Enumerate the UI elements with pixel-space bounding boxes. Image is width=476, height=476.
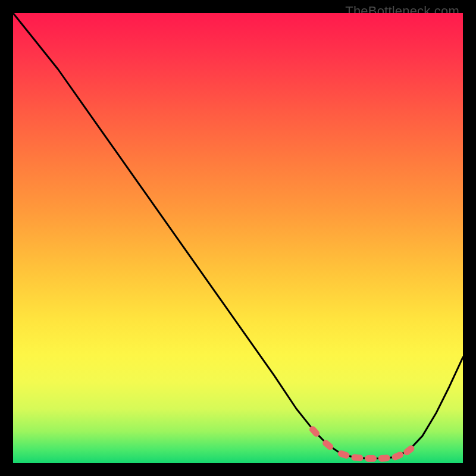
marker-dash [378,455,390,462]
marker-dash [391,450,405,461]
marker-dash [365,455,377,462]
bottleneck-curve [13,13,463,463]
curve-line [13,13,463,458]
marker-dash [351,454,364,462]
optimal-range-markers [308,425,416,462]
bottleneck-chart-area [13,13,463,463]
marker-dash [337,449,350,459]
